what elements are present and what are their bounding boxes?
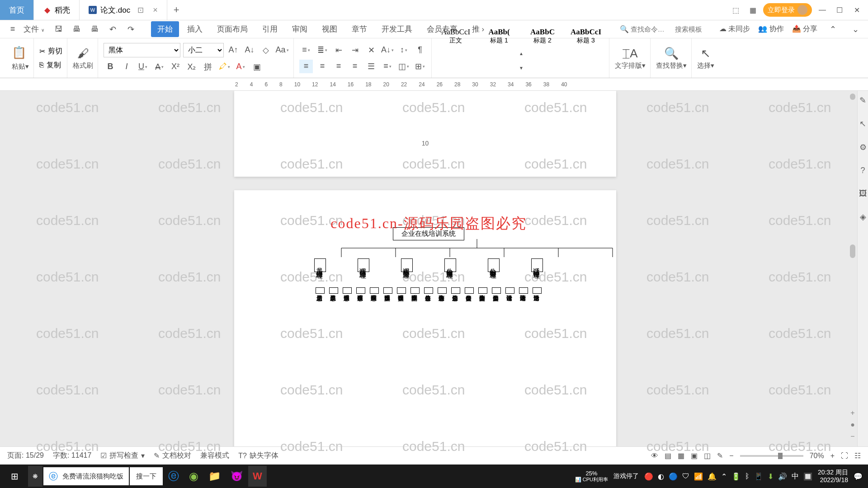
tab-pagelayout[interactable]: 页面布局 — [211, 21, 254, 37]
line-height-icon[interactable]: ≡ — [381, 60, 394, 73]
fullscreen-icon[interactable]: ⛶ — [841, 452, 848, 460]
style-item[interactable]: AaBb(标题 1 — [478, 27, 520, 45]
share-button[interactable]: 📤 分享 — [792, 24, 817, 34]
zoom-in-icon[interactable]: + — [830, 452, 835, 460]
read-mode-icon[interactable]: 👁 — [651, 452, 658, 460]
view-page-icon[interactable]: ▤ — [665, 451, 671, 460]
zoom-slider[interactable] — [740, 455, 803, 457]
tile-icon[interactable]: ☷ — [854, 451, 861, 460]
diamond-tool-icon[interactable]: ◈ — [860, 212, 866, 222]
scroll-dot-icon[interactable]: ● — [850, 421, 855, 429]
dec-indent-icon[interactable]: ⇤ — [332, 43, 345, 57]
italic-icon[interactable]: I — [120, 60, 133, 74]
tray-icon[interactable]: 🔴 — [644, 472, 653, 481]
scroll-thumb[interactable] — [850, 244, 855, 258]
tab-restore-icon[interactable]: ⊡ — [137, 5, 144, 15]
style-item[interactable]: AaBbCcI正文 — [434, 27, 477, 45]
find-replace-group[interactable]: 🔍 查找替换▾ — [651, 38, 692, 78]
file-menu[interactable]: 文件 ∨ — [24, 24, 44, 34]
align-center-icon[interactable]: ≡ — [316, 60, 329, 73]
tab-reference[interactable]: 引用 — [256, 21, 284, 37]
align-justify-icon[interactable]: ≡ — [348, 60, 362, 73]
tray-icon[interactable]: ◐ — [658, 472, 664, 481]
tab-document[interactable]: W 论文.doc ⊡ × — [80, 0, 167, 20]
minimize-button[interactable]: — — [816, 3, 829, 17]
spell-check[interactable]: ☑ 拼写检查 ▾ — [100, 451, 145, 460]
font-color-icon[interactable]: A — [234, 60, 247, 74]
clear-format-icon[interactable]: ◇ — [259, 43, 273, 57]
clock[interactable]: 20:32 周日 2022/9/18 — [818, 469, 848, 484]
select-group[interactable]: ↖ 选择▾ — [693, 38, 719, 78]
tray-icon[interactable]: 🔲 — [803, 472, 812, 481]
tray-icon[interactable]: ⌃ — [721, 472, 727, 481]
scroll-up-thumb[interactable] — [850, 94, 855, 100]
paste-icon[interactable]: 📋 — [12, 46, 29, 60]
doc-proof[interactable]: ✎ 文档校对 — [154, 451, 191, 460]
task-files[interactable]: 📁 — [204, 466, 225, 487]
notification-icon[interactable]: 💬 — [854, 472, 863, 481]
shading-icon[interactable]: ◫ — [397, 60, 410, 73]
ink-icon[interactable]: ✎ — [717, 451, 723, 460]
align-left-icon[interactable]: ≡ — [299, 60, 313, 73]
undo-icon[interactable]: ↶ — [106, 22, 120, 37]
inc-indent-icon[interactable]: ⇥ — [348, 43, 362, 57]
para-marks-icon[interactable]: ¶ — [413, 43, 427, 57]
help-tool-icon[interactable]: ? — [860, 166, 865, 175]
grow-font-icon[interactable]: A↑ — [226, 43, 240, 57]
system-tray[interactable]: 🔴 ◐ 🔵 🛡 📶 🔔 ⌃ 🔋 ᛒ 📱 ⬇ 🔊 中 🔲 — [644, 472, 812, 481]
print-icon[interactable]: 🖶 — [70, 22, 84, 37]
view-web-icon[interactable]: ▦ — [678, 451, 684, 460]
change-case-icon[interactable]: Aa — [275, 43, 289, 57]
tray-icon[interactable]: ⬇ — [768, 472, 774, 481]
scroll-minus-icon[interactable]: − — [850, 432, 854, 441]
font-size-select[interactable]: 小二 — [183, 43, 224, 57]
style-item[interactable]: AaBbC标题 2 — [521, 27, 564, 45]
ruler[interactable]: 246810121416182022242628303234363840 — [0, 78, 868, 91]
nav-pane-icon[interactable]: ◫ — [704, 451, 711, 460]
save-icon[interactable]: 🖫 — [52, 22, 66, 37]
tray-icon[interactable]: 🔔 — [708, 472, 717, 481]
task-search[interactable]: 搜一下 — [130, 467, 163, 485]
image-tool-icon[interactable]: 🖼 — [859, 189, 867, 198]
align-right-icon[interactable]: ≡ — [332, 60, 345, 73]
zoom-out-icon[interactable]: − — [729, 452, 733, 460]
view-outline-icon[interactable]: ▣ — [691, 451, 698, 460]
tray-icon[interactable]: 🛡 — [682, 472, 689, 480]
sync-status[interactable]: ☁ 未同步 — [719, 24, 750, 34]
style-item[interactable]: AaBbCcI标题 3 — [565, 27, 607, 45]
superscript-icon[interactable]: X² — [169, 60, 182, 74]
scroll-plus-icon[interactable]: + — [850, 409, 854, 417]
login-button[interactable]: 立即登录 — [763, 3, 812, 17]
tab-review[interactable]: 审阅 — [286, 21, 314, 37]
tab-insert[interactable]: 插入 — [181, 21, 209, 37]
expand-ribbon-icon[interactable]: ⌄ — [848, 22, 863, 37]
tab-home[interactable]: 首页 — [0, 0, 34, 20]
task-wps[interactable]: W — [248, 466, 267, 487]
misc-icon[interactable]: A↓ — [381, 43, 394, 57]
line-space-icon[interactable]: ↕ — [397, 43, 410, 57]
numbering-icon[interactable]: ≣ — [316, 43, 329, 57]
shrink-font-icon[interactable]: A↓ — [243, 43, 256, 57]
bold-icon[interactable]: B — [104, 60, 117, 74]
maximize-button[interactable]: ☐ — [833, 3, 846, 17]
font-name-select[interactable]: 黑体 — [104, 43, 180, 57]
grid-icon[interactable]: ▦ — [746, 3, 760, 17]
start-button[interactable]: ⊞ — [2, 466, 27, 487]
style-down-icon[interactable]: ▼ — [514, 61, 528, 75]
missing-font[interactable]: T? 缺失字体 — [238, 451, 278, 460]
tab-close-icon[interactable]: × — [153, 5, 158, 15]
tray-icon[interactable]: 📱 — [754, 472, 763, 481]
bullets-icon[interactable]: ≡ — [299, 43, 313, 57]
task-edge[interactable]: ⓔ — [164, 466, 184, 487]
new-tab-button[interactable]: + — [167, 0, 186, 20]
search-command[interactable]: 🔍 — [620, 25, 667, 33]
tray-icon[interactable]: 🔵 — [669, 472, 678, 481]
tab-chapter[interactable]: 章节 — [345, 21, 373, 37]
subscript-icon[interactable]: X₂ — [185, 60, 198, 74]
text-layout-group[interactable]: ⌶A 文字排版▾ — [610, 38, 651, 78]
tab-docshell[interactable]: ◆ 稻壳 — [34, 0, 80, 20]
zoom-level[interactable]: 70% — [810, 452, 824, 460]
menu-icon[interactable]: ≡ — [5, 22, 20, 37]
format-brush[interactable]: 🖌 格式刷 — [68, 38, 98, 78]
pen-tool-icon[interactable]: ✎ — [859, 95, 866, 105]
